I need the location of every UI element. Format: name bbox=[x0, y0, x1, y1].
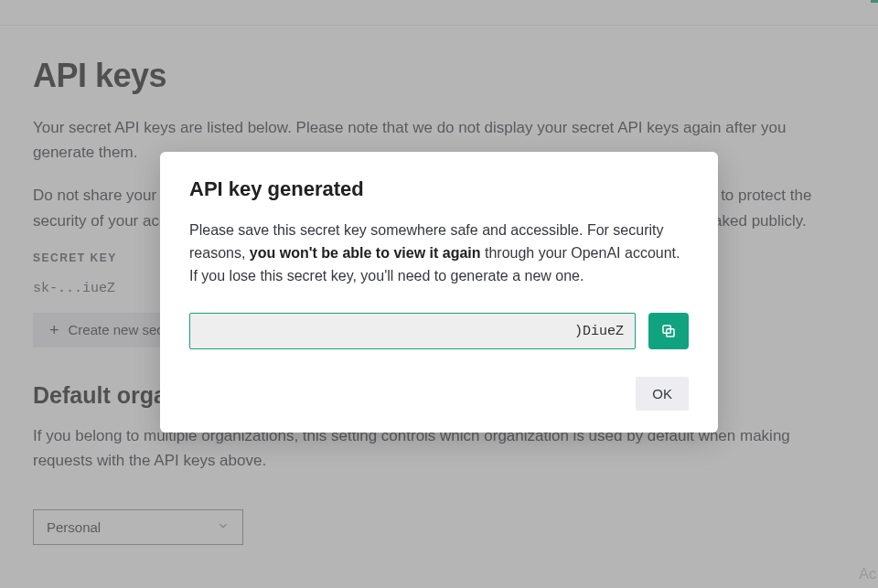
copy-icon bbox=[660, 323, 677, 339]
api-key-generated-modal: API key generated Please save this secre… bbox=[160, 152, 718, 433]
activate-hint: Ac bbox=[859, 566, 876, 583]
modal-title: API key generated bbox=[189, 177, 689, 201]
copy-key-button[interactable] bbox=[648, 313, 689, 349]
key-row bbox=[189, 313, 689, 349]
modal-footer: OK bbox=[189, 377, 689, 411]
modal-text-strong: you won't be able to view it again bbox=[250, 245, 481, 261]
generated-key-input[interactable] bbox=[189, 313, 636, 349]
modal-description: Please save this secret key somewhere sa… bbox=[189, 219, 689, 287]
ok-button[interactable]: OK bbox=[636, 377, 689, 411]
